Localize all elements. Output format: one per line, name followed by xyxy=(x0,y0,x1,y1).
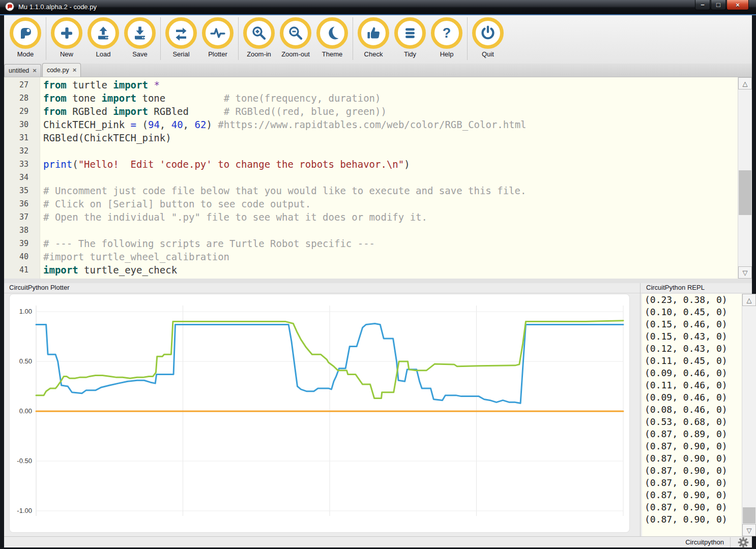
plotter-icon xyxy=(202,17,234,49)
help-button[interactable]: ?Help xyxy=(428,15,465,58)
toolbar-group: Zoom-inZoom-outTheme xyxy=(241,15,351,58)
pane-splitter[interactable] xyxy=(4,279,752,283)
y-axis-tick-label: -1.00 xyxy=(17,507,32,514)
close-button[interactable]: × xyxy=(726,0,749,10)
tab-untitled[interactable]: untitled× xyxy=(4,64,41,77)
plotter-button[interactable]: Plotter xyxy=(199,15,236,58)
repl-scrollbar[interactable]: △ ▽ xyxy=(742,294,756,536)
save-icon xyxy=(124,17,156,49)
tab-bar: untitled×code.py× xyxy=(4,64,752,77)
line-number: 31 xyxy=(4,131,28,144)
mu-editor-window: { "window": { "title": "Mu 1.1.0.alpha.2… xyxy=(0,0,756,549)
toolbar-button-label: Load xyxy=(96,50,111,58)
toolbar-separator xyxy=(160,17,161,60)
title-bar: Mu 1.1.0.alpha.2 - code.py −□× xyxy=(0,0,756,15)
plotter-panel: 1.000.500.00-0.50-1.00 xyxy=(9,294,630,533)
toolbar-button-label: Quit xyxy=(482,50,494,58)
tab-close-icon[interactable]: × xyxy=(33,68,37,73)
line-number: 29 xyxy=(4,105,28,118)
code-text: from tone import tone # tone(frequency, … xyxy=(43,93,381,104)
toolbar: ModeNewLoadSaveSerialPlotterZoom-inZoom-… xyxy=(4,15,752,64)
code-text: # Click on [Serial] button to see code o… xyxy=(43,198,311,209)
repl-line: (0.87, 0.90, 0) xyxy=(642,489,742,501)
serial-button[interactable]: Serial xyxy=(163,15,199,58)
toolbar-button-label: Plotter xyxy=(208,50,227,58)
toolbar-button-label: Theme xyxy=(322,50,342,58)
code-text: import turtle_eye_check xyxy=(43,264,177,276)
code-editor[interactable]: 27from turtle import *28from tone import… xyxy=(4,77,752,279)
tidy-icon xyxy=(394,17,426,49)
line-number: 40 xyxy=(4,250,28,263)
code-line: 38 xyxy=(4,224,726,237)
mode-button[interactable]: Mode xyxy=(7,15,44,58)
repl-line: (0.87, 0.90, 0) xyxy=(642,452,742,465)
quit-button[interactable]: Quit xyxy=(470,15,506,58)
toolbar-group: Mode xyxy=(7,15,44,58)
y-axis-tick-label: 1.00 xyxy=(19,308,32,315)
repl-line: (0.11, 0.45, 0) xyxy=(642,355,742,367)
help-icon: ? xyxy=(431,17,462,49)
code-line: 37# Open the individual ".py" file to se… xyxy=(4,210,726,224)
y-axis-tick-label: 0.50 xyxy=(19,357,32,365)
code-text: # Uncomment just code file below that yo… xyxy=(43,185,526,196)
editor-scrollbar[interactable]: △ ▽ xyxy=(738,77,752,279)
line-number: 28 xyxy=(4,92,28,105)
repl-line: (0.87, 0.89, 0) xyxy=(642,428,742,440)
code-line: 29from RGBled import RGBled # RGBled((re… xyxy=(4,105,726,118)
zoom-out-button[interactable]: Zoom-out xyxy=(277,15,314,58)
zoom-in-button[interactable]: Zoom-in xyxy=(241,15,277,58)
tab-close-icon[interactable]: × xyxy=(73,68,77,73)
tidy-button[interactable]: Tidy xyxy=(392,15,428,58)
save-button[interactable]: Save xyxy=(122,15,158,58)
scroll-up-icon[interactable]: △ xyxy=(742,294,756,306)
load-icon xyxy=(88,17,119,49)
theme-icon xyxy=(316,17,348,49)
code-text: print("Hello! Edit 'code.py' to change t… xyxy=(43,159,410,170)
minimize-button[interactable]: − xyxy=(695,0,710,10)
toolbar-separator xyxy=(238,17,239,60)
new-button[interactable]: New xyxy=(48,15,85,58)
app-content: ModeNewLoadSaveSerialPlotterZoom-inZoom-… xyxy=(4,15,752,547)
repl-output[interactable]: (0.23, 0.38, 0)(0.10, 0.45, 0)(0.15, 0.4… xyxy=(642,294,742,536)
theme-button[interactable]: Theme xyxy=(314,15,351,58)
repl-line: (0.12, 0.43, 0) xyxy=(642,343,742,355)
repl-pane-title: CircuitPython REPL xyxy=(646,284,705,291)
scroll-up-icon[interactable]: △ xyxy=(738,77,752,89)
toolbar-button-label: Tidy xyxy=(404,50,416,58)
line-number: 34 xyxy=(4,171,28,184)
repl-line: (0.15, 0.43, 0) xyxy=(642,330,742,343)
repl-line: (0.87, 0.90, 0) xyxy=(642,465,742,477)
settings-gear-icon[interactable] xyxy=(735,537,752,547)
code-lines: 27from turtle import *28from tone import… xyxy=(4,78,726,277)
toolbar-button-label: Mode xyxy=(17,50,34,58)
toolbar-group: CheckTidy?Help xyxy=(355,15,465,58)
code-text: ChickTECH_pink = (94, 40, 62) #https://w… xyxy=(43,119,527,130)
code-text: from turtle import * xyxy=(43,79,160,90)
scroll-down-icon[interactable]: ▽ xyxy=(738,266,752,279)
quit-icon xyxy=(472,17,504,49)
toolbar-separator xyxy=(353,17,353,60)
repl-line: (0.09, 0.46, 0) xyxy=(642,391,742,404)
load-button[interactable]: Load xyxy=(85,15,122,58)
maximize-button[interactable]: □ xyxy=(711,0,726,10)
serial-icon xyxy=(165,17,197,49)
check-button[interactable]: Check xyxy=(355,15,392,58)
repl-line: (0.10, 0.45, 0) xyxy=(642,306,742,318)
code-line: 33print("Hello! Edit 'code.py' to change… xyxy=(4,158,726,171)
line-number: 36 xyxy=(4,197,28,210)
toolbar-separator xyxy=(467,17,468,60)
repl-line: (0.87, 0.90, 0) xyxy=(642,513,742,526)
repl-divider xyxy=(640,283,641,536)
status-bar: Circuitpython xyxy=(4,536,752,547)
check-icon xyxy=(358,17,389,49)
maximize-icon: □ xyxy=(716,1,720,9)
tab-code-py[interactable]: code.py× xyxy=(42,63,81,77)
line-number: 39 xyxy=(4,237,28,250)
scroll-down-icon[interactable]: ▽ xyxy=(742,524,756,536)
repl-scrollbar-thumb[interactable] xyxy=(743,507,755,524)
code-line: 39# --- The following scripts are Turtle… xyxy=(4,237,726,250)
line-number: 37 xyxy=(4,210,28,224)
repl-line: (0.09, 0.46, 0) xyxy=(642,367,742,379)
mu-app-icon xyxy=(5,2,14,11)
editor-scrollbar-thumb[interactable] xyxy=(739,170,751,215)
